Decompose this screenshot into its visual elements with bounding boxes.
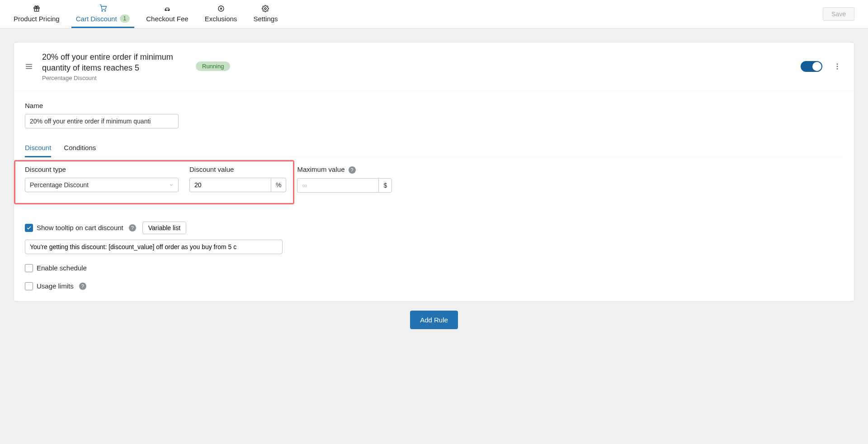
status-badge: Running xyxy=(196,61,230,71)
max-value-label: Maximum value ? xyxy=(297,165,392,174)
tab-checkout-fee[interactable]: Checkout Fee xyxy=(146,0,188,28)
car-icon xyxy=(164,5,171,12)
tab-settings[interactable]: Settings xyxy=(253,0,278,28)
topbar: Product Pricing Cart Discount 1 Checkout… xyxy=(0,0,868,28)
toggle-knob xyxy=(812,62,821,71)
top-tabs: Product Pricing Cart Discount 1 Checkout… xyxy=(14,0,823,28)
discount-value-label: Discount value xyxy=(189,165,286,173)
name-input[interactable] xyxy=(25,114,179,128)
help-icon[interactable]: ? xyxy=(129,224,136,231)
max-value-input[interactable] xyxy=(297,178,378,193)
rule-card: 20% off your entire order if minimum qua… xyxy=(14,42,854,302)
rule-subtitle: Percentage Discount xyxy=(42,75,187,81)
svg-point-4 xyxy=(104,10,105,11)
tab-label: Settings xyxy=(253,15,278,23)
name-label: Name xyxy=(25,102,843,109)
usage-limits-checkbox[interactable] xyxy=(25,282,33,290)
discount-type-select[interactable]: Percentage Discount xyxy=(25,178,179,192)
tab-label: Exclusions xyxy=(205,15,237,23)
subtab-conditions[interactable]: Conditions xyxy=(64,140,96,157)
save-button[interactable]: Save xyxy=(823,7,854,21)
discount-value-input[interactable] xyxy=(189,178,271,192)
more-menu-icon[interactable] xyxy=(831,62,843,71)
cart-icon xyxy=(99,5,107,12)
page-body: 20% off your entire order if minimum qua… xyxy=(0,28,868,343)
tab-label-text: Cart Discount xyxy=(76,15,117,23)
max-value-suffix: $ xyxy=(378,178,392,193)
svg-point-10 xyxy=(264,8,266,9)
help-icon[interactable]: ? xyxy=(349,166,356,174)
svg-point-15 xyxy=(837,66,838,67)
enable-toggle[interactable] xyxy=(801,61,822,72)
svg-point-14 xyxy=(837,63,838,65)
enable-schedule-label: Enable schedule xyxy=(37,264,87,272)
discount-value-suffix: % xyxy=(271,178,286,192)
tab-label: Cart Discount 1 xyxy=(76,14,130,23)
subtab-discount[interactable]: Discount xyxy=(25,140,51,157)
tab-badge: 1 xyxy=(120,14,130,23)
add-rule-button[interactable]: Add Rule xyxy=(410,311,458,329)
tooltip-text-input[interactable] xyxy=(25,240,283,254)
show-tooltip-checkbox[interactable] xyxy=(25,224,33,232)
rule-title-block: 20% off your entire order if minimum qua… xyxy=(42,52,187,81)
rule-title: 20% off your entire order if minimum qua… xyxy=(42,52,187,74)
discount-row: Discount type Percentage Discount Discou… xyxy=(25,157,843,203)
tab-label: Product Pricing xyxy=(14,15,60,23)
tab-exclusions[interactable]: Exclusions xyxy=(205,0,237,28)
tab-product-pricing[interactable]: Product Pricing xyxy=(14,0,60,28)
help-icon[interactable]: ? xyxy=(79,283,86,290)
svg-point-3 xyxy=(102,10,103,11)
gift-icon xyxy=(33,5,40,12)
svg-point-16 xyxy=(837,68,838,70)
rule-header: 20% off your entire order if minimum qua… xyxy=(14,43,854,91)
subtabs: Discount Conditions xyxy=(25,140,843,157)
gear-icon xyxy=(262,5,269,12)
tab-label: Checkout Fee xyxy=(146,15,188,23)
tab-cart-discount[interactable]: Cart Discount 1 xyxy=(76,0,130,28)
max-value-label-text: Maximum value xyxy=(297,165,344,173)
enable-schedule-checkbox[interactable] xyxy=(25,264,33,272)
rule-body: Name Discount Conditions Discount type P… xyxy=(14,91,854,301)
close-circle-icon xyxy=(217,5,225,12)
variable-list-button[interactable]: Variable list xyxy=(142,222,186,234)
discount-type-label: Discount type xyxy=(25,165,179,173)
usage-limits-label: Usage limits xyxy=(37,282,74,290)
drag-handle-icon[interactable] xyxy=(25,62,33,71)
show-tooltip-label: Show tooltip on cart discount xyxy=(37,224,123,231)
